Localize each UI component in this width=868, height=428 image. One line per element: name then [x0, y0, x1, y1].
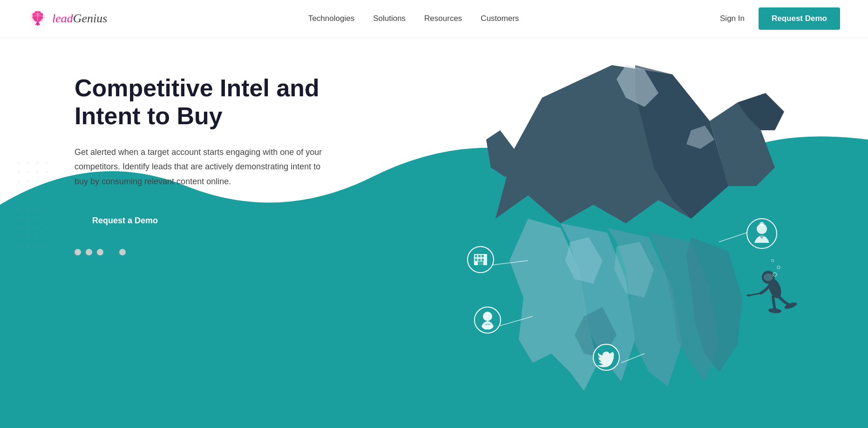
svg-point-8	[45, 171, 48, 174]
nav-links: Technologies Solutions Resources Custome…	[308, 14, 519, 23]
svg-point-77	[764, 274, 773, 281]
dot-4[interactable]	[108, 249, 115, 255]
nav-technologies[interactable]: Technologies	[308, 14, 354, 23]
svg-point-38	[27, 245, 29, 248]
svg-point-14	[27, 189, 29, 192]
hero-title: Competitive Intel and Intent to Buy	[75, 74, 335, 130]
hero-description: Get alerted when a target account starts…	[75, 145, 335, 189]
person-beard-icon	[475, 307, 501, 333]
svg-point-24	[45, 208, 48, 211]
logo-brain-icon	[28, 8, 47, 29]
svg-point-39	[36, 245, 39, 248]
nav-resources[interactable]: Resources	[424, 14, 462, 23]
request-demo-button[interactable]: Request Demo	[759, 7, 840, 30]
hero-illustration	[356, 37, 868, 428]
svg-rect-65	[475, 259, 477, 261]
svg-rect-68	[478, 261, 483, 265]
dot-pattern-decoration	[14, 158, 70, 251]
svg-point-27	[36, 217, 39, 220]
dot-3[interactable]	[97, 249, 103, 255]
nav-actions: Sign In Request Demo	[720, 7, 840, 30]
logo-text: leadGenius	[52, 12, 107, 26]
svg-point-32	[45, 227, 48, 229]
nav-solutions[interactable]: Solutions	[373, 14, 406, 23]
svg-point-28	[45, 217, 48, 220]
svg-point-1	[17, 161, 20, 164]
svg-point-25	[17, 217, 20, 220]
hero-cta-button[interactable]: Request a Demo	[75, 207, 176, 234]
svg-rect-64	[481, 255, 484, 257]
svg-rect-62	[475, 255, 477, 257]
svg-point-26	[27, 217, 29, 220]
svg-point-2	[27, 161, 29, 164]
svg-point-74	[760, 222, 764, 227]
dot-5[interactable]	[119, 249, 126, 255]
hero-section: Competitive Intel and Intent to Buy Get …	[0, 37, 868, 428]
svg-point-12	[45, 180, 48, 183]
svg-point-13	[17, 189, 20, 192]
svg-point-40	[45, 245, 48, 248]
svg-point-3	[36, 161, 39, 164]
svg-point-22	[27, 208, 29, 211]
svg-point-17	[17, 199, 20, 201]
svg-point-5	[17, 171, 20, 174]
logo-link[interactable]: leadGenius	[28, 8, 107, 29]
svg-point-33	[17, 236, 20, 239]
dot-2[interactable]	[86, 249, 92, 255]
svg-point-31	[36, 227, 39, 229]
svg-point-6	[27, 171, 29, 174]
svg-point-4	[45, 161, 48, 164]
svg-rect-67	[481, 259, 484, 261]
svg-point-30	[27, 227, 29, 229]
hero-carousel-dots	[75, 249, 335, 255]
hero-content: Competitive Intel and Intent to Buy Get …	[75, 74, 335, 255]
svg-point-7	[36, 171, 39, 174]
svg-point-15	[36, 189, 39, 192]
dot-1[interactable]	[75, 249, 81, 255]
svg-point-9	[17, 180, 20, 183]
nav-customers[interactable]: Customers	[481, 14, 519, 23]
svg-point-29	[17, 227, 20, 229]
svg-point-16	[45, 189, 48, 192]
svg-point-23	[36, 208, 39, 211]
svg-point-19	[36, 199, 39, 201]
building-icon	[468, 247, 494, 273]
svg-point-21	[17, 208, 20, 211]
svg-point-34	[27, 236, 29, 239]
svg-point-11	[36, 180, 39, 183]
svg-rect-63	[478, 255, 481, 257]
svg-point-37	[17, 245, 20, 248]
svg-point-20	[45, 199, 48, 201]
person-avatar-icon	[747, 219, 777, 248]
navigation: leadGenius Technologies Solutions Resour…	[0, 0, 868, 37]
svg-point-70	[483, 312, 492, 321]
sign-in-link[interactable]: Sign In	[720, 14, 745, 23]
twitter-icon	[593, 344, 619, 370]
svg-point-18	[27, 199, 29, 201]
svg-point-10	[27, 180, 29, 183]
svg-point-35	[36, 236, 39, 239]
iceberg-svg	[356, 37, 868, 428]
iceberg-above-water	[486, 65, 784, 223]
svg-point-36	[45, 236, 48, 239]
svg-rect-66	[478, 259, 481, 261]
